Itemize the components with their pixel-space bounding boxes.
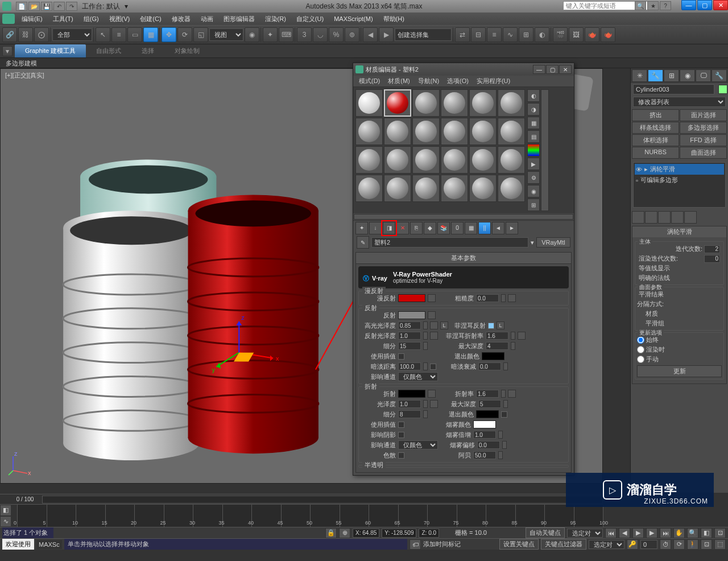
abbe-spinner[interactable]: 50.0 <box>473 451 496 459</box>
refr-interp-checkbox[interactable] <box>398 422 404 428</box>
ribbon-tab-paint[interactable]: 对象绘制 <box>164 44 210 57</box>
mat-menu-options[interactable]: 选项(O) <box>444 76 472 86</box>
select-icon[interactable]: ↖ <box>96 27 110 42</box>
create-tab-icon[interactable]: ✳ <box>632 69 647 82</box>
help-icon[interactable]: 🔍 <box>635 1 646 10</box>
grid-icon[interactable]: ⊞ <box>527 199 540 211</box>
refr-affect-channels[interactable]: 仅颜色 <box>398 440 438 449</box>
render-frame-icon[interactable]: 🖼 <box>569 27 584 42</box>
keyboard-icon[interactable]: ⌨ <box>279 27 293 42</box>
slots-hscroll[interactable] <box>354 214 573 220</box>
object-name-input[interactable] <box>633 84 714 94</box>
orbit-icon[interactable]: ⟳ <box>673 539 685 550</box>
max-viewport-icon[interactable]: ⊡ <box>701 539 712 550</box>
material-slot[interactable] <box>355 146 383 174</box>
link-icon[interactable]: 🔗 <box>2 27 17 42</box>
mat-menu-material[interactable]: 材质(M) <box>384 76 413 86</box>
material-slot[interactable] <box>469 175 497 202</box>
rollup-turbosmooth-header[interactable]: 涡轮平滑 <box>632 226 726 237</box>
material-slot[interactable] <box>441 118 468 145</box>
mod-button[interactable]: 体积选择 <box>632 134 679 146</box>
angle-snap-icon[interactable]: ◡ <box>313 27 328 42</box>
menu-maxscript[interactable]: MAXScript(M) <box>329 14 377 23</box>
minimize-button[interactable]: — <box>681 0 696 10</box>
favorite-icon[interactable]: ★ <box>647 1 659 10</box>
menu-views[interactable]: 视图(V) <box>105 14 135 24</box>
fog-color-swatch[interactable] <box>473 420 496 428</box>
scale-icon[interactable]: ◱ <box>193 27 208 42</box>
ribbon-tab-graphite[interactable]: Graphite 建模工具 <box>15 44 86 57</box>
key-target-dropdown[interactable]: 选定对 <box>567 529 603 538</box>
material-slot[interactable] <box>412 146 440 174</box>
app-icon[interactable] <box>2 2 11 11</box>
configure-sets-icon[interactable] <box>684 211 697 224</box>
rotate-icon[interactable]: ⟳ <box>177 27 192 42</box>
menu-tools[interactable]: 工具(T) <box>48 14 78 24</box>
mat-menu-mode[interactable]: 模式(D) <box>355 76 383 86</box>
bind-icon[interactable]: ⨀ <box>34 27 49 42</box>
app-menu-button[interactable] <box>2 14 15 24</box>
slots-vscroll[interactable] <box>541 89 549 211</box>
spinner-snap-icon[interactable]: ⊚ <box>345 27 359 42</box>
workspace-label[interactable]: 工作台: 默认 <box>82 2 120 11</box>
time-slider-track[interactable] <box>42 496 603 504</box>
schematic-icon[interactable]: ⊞ <box>519 27 533 42</box>
fresnel-checkbox[interactable] <box>488 323 494 329</box>
pan-icon[interactable]: ✋ <box>673 528 685 538</box>
background-icon[interactable]: ▦ <box>527 117 540 129</box>
menu-edit[interactable]: 编辑(E) <box>17 14 47 24</box>
render-setup-icon[interactable]: 🎬 <box>553 27 568 42</box>
mod-button[interactable]: NURBS <box>632 147 679 159</box>
sample-uv-icon[interactable]: ▤ <box>527 130 540 143</box>
track-bar[interactable]: ◧ ∿ 051015202530354045505560657075808590… <box>0 504 603 527</box>
y-coord[interactable]: Y: -128.509 <box>382 529 416 538</box>
dim-distance-spinner[interactable]: 100.0 <box>398 362 421 370</box>
material-slot[interactable] <box>441 89 468 117</box>
modifier-stack[interactable]: 👁▸涡轮平滑 ▫可编辑多边形 <box>633 162 726 208</box>
select-by-mat-icon[interactable]: ◉ <box>527 185 540 197</box>
pick-material-icon[interactable]: ✎ <box>357 236 369 249</box>
make-unique-icon[interactable] <box>658 211 671 224</box>
mod-button[interactable]: 挤出 <box>632 109 679 121</box>
select-name-icon[interactable]: ≡ <box>111 27 126 42</box>
render-iters-spinner[interactable]: 0 <box>704 255 720 263</box>
material-slot[interactable] <box>412 118 440 145</box>
dispersion-checkbox[interactable] <box>398 452 404 459</box>
menu-customize[interactable]: 自定义(U) <box>292 14 328 24</box>
show-end-result-icon[interactable] <box>645 211 657 224</box>
key-mode-icon[interactable]: 🔑 <box>627 539 638 550</box>
roughness-map-button[interactable] <box>508 294 516 302</box>
update-button[interactable]: 更新 <box>637 365 722 377</box>
close-button[interactable]: ✕ <box>713 0 728 10</box>
z-coord[interactable]: Z: 0.0 <box>419 529 439 538</box>
material-slot[interactable] <box>355 89 383 117</box>
next-frame-icon[interactable]: ▶ <box>646 528 657 538</box>
dim-falloff-spinner[interactable]: 0.0 <box>478 362 501 370</box>
manipulate-icon[interactable]: ✦ <box>263 27 278 42</box>
remove-modifier-icon[interactable] <box>671 211 684 224</box>
trackbar-ruler[interactable]: 0510152025303540455055606570758085909510… <box>17 505 603 527</box>
sample-type-icon[interactable]: ◐ <box>527 89 540 102</box>
reflect-map-button[interactable] <box>428 311 436 319</box>
make-copy-icon[interactable]: ⎘ <box>410 222 423 234</box>
render-prod-icon[interactable]: 🫖 <box>601 27 615 42</box>
material-slot[interactable] <box>355 175 383 202</box>
ior-spinner[interactable]: 1.6 <box>476 390 499 398</box>
mod-button[interactable]: 样条线选择 <box>632 122 679 134</box>
ribbon-tab-freeform[interactable]: 自由形式 <box>86 44 131 57</box>
material-slot[interactable] <box>469 89 497 117</box>
refl-gloss-spinner[interactable]: 1.0 <box>398 332 421 340</box>
selection-filter[interactable]: 全部 <box>52 28 92 41</box>
mod-button[interactable]: FFD 选择 <box>680 134 727 146</box>
use-interp-checkbox[interactable] <box>398 353 404 360</box>
snap-toggle-icon[interactable]: 3 <box>297 27 312 42</box>
time-tag-icon[interactable]: 🏷 <box>410 539 421 550</box>
material-slot[interactable] <box>412 175 440 202</box>
auto-key-button[interactable]: 自动关键点 <box>526 527 565 538</box>
material-slot[interactable] <box>498 118 525 145</box>
dim-distance-checkbox[interactable] <box>430 364 436 370</box>
curve-editor-icon[interactable]: ∿ <box>503 27 518 42</box>
unlink-icon[interactable]: ⛓ <box>18 27 33 42</box>
menu-render[interactable]: 渲染(R) <box>260 14 291 24</box>
diffuse-map-button[interactable] <box>428 294 436 302</box>
